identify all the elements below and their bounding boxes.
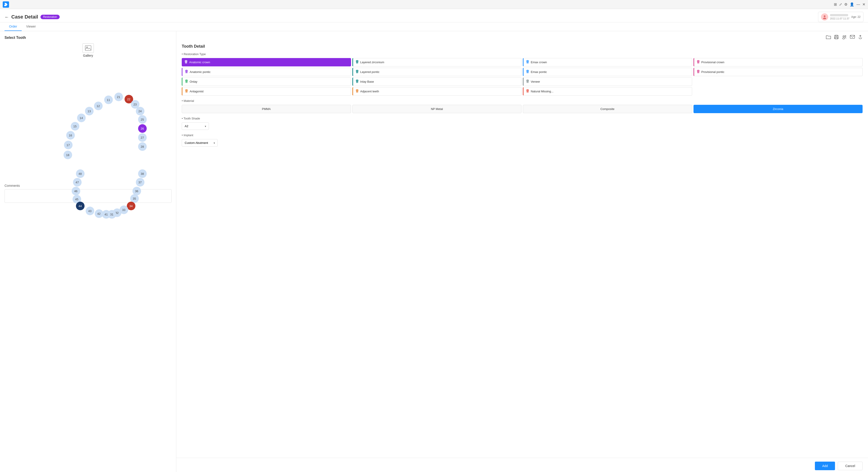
restoration-type-10[interactable]: Veneer <box>523 77 692 86</box>
restoration-label-13: Adjacent teeth <box>360 90 379 93</box>
implant-select-row: NoneCustom AbutmentStandard Abutment <box>182 139 863 146</box>
material-btn-pmma[interactable]: PMMA <box>182 105 351 113</box>
tooth-15[interactable]: 15 <box>71 122 79 131</box>
cancel-button[interactable]: Cancel <box>838 462 863 470</box>
tooth-14[interactable]: 14 <box>77 113 86 122</box>
restoration-type-grid: Anatomic crownLayered zirconiumEmax crow… <box>182 58 863 96</box>
tooth-icon-14 <box>526 89 529 94</box>
minimize-button[interactable]: — <box>857 2 860 6</box>
tooth-21[interactable]: 21 <box>114 93 123 101</box>
mail-icon[interactable] <box>850 35 855 40</box>
tooth-11[interactable]: 11 <box>104 96 113 104</box>
tooth-shade-select-row: A1A2A3A3.5B1B2 <box>182 123 863 130</box>
tooth-icon-8 <box>185 79 188 84</box>
share-users-icon[interactable] <box>842 35 847 40</box>
patient-info: 2022.11.07 11:37 <box>830 14 849 20</box>
titlebar-actions: ⊞ ⤢ ⚙ 👤 — ✕ <box>834 2 865 6</box>
tooth-icon-10 <box>526 79 529 84</box>
restoration-label-14: Natural Missing... <box>531 90 553 93</box>
gallery-button[interactable]: Gallery <box>4 43 172 57</box>
tab-viewer[interactable]: Viewer <box>22 22 40 31</box>
logo-icon <box>3 1 9 8</box>
patient-card: 2022.11.07 11:37 Age: 22 <box>818 12 864 22</box>
restoration-label-6: Emax pontic <box>531 70 547 74</box>
tooth-18[interactable]: 18 <box>64 150 72 159</box>
material-btn-composite[interactable]: Composite <box>523 105 692 113</box>
tooth-31[interactable]: 31 <box>107 210 116 218</box>
settings-icon[interactable]: ⚙ <box>844 2 847 6</box>
restoration-type-5[interactable]: Layered pontic <box>352 68 522 76</box>
tooth-26[interactable]: 26 <box>138 124 147 133</box>
tooth-43[interactable]: 43 <box>86 207 94 215</box>
layout-icon[interactable]: ⤢ <box>839 2 842 6</box>
tooth-27[interactable]: 27 <box>138 133 147 142</box>
tooth-38[interactable]: 38 <box>138 169 147 178</box>
folder-icon[interactable] <box>826 35 831 40</box>
tooth-13[interactable]: 13 <box>85 107 94 115</box>
tooth-44[interactable]: 44 <box>76 202 85 210</box>
patient-date: 2022.11.07 11:37 <box>830 17 849 20</box>
titlebar: ⊞ ⤢ ⚙ 👤 — ✕ <box>0 0 868 9</box>
restoration-type-1[interactable]: Layered zirconium <box>352 58 522 66</box>
comments-input[interactable] <box>4 189 172 203</box>
main-content: Select Tooth Gallery 1211212213231424152… <box>0 31 868 472</box>
restoration-label-9: Inlay Base <box>360 80 374 83</box>
tooth-shade-select[interactable]: A1A2A3A3.5B1B2 <box>182 123 209 130</box>
tooth-47[interactable]: 47 <box>73 178 82 187</box>
restoration-label-12: Antagonist <box>190 90 204 93</box>
tooth-icon-4 <box>185 70 188 74</box>
right-panel: Tooth Detail Restoration Type Anatomic c… <box>176 31 868 458</box>
restoration-label-7: Provisional pontic <box>702 70 724 74</box>
add-button[interactable]: Add <box>815 462 835 470</box>
back-button[interactable]: ← <box>4 14 9 20</box>
tooth-25[interactable]: 25 <box>138 115 147 124</box>
select-tooth-title: Select Tooth <box>4 36 172 40</box>
tooth-icon-1 <box>355 60 359 64</box>
restoration-label-0: Anatomic crown <box>189 61 210 64</box>
gallery-label: Gallery <box>83 54 93 57</box>
restoration-label-1: Layered zirconium <box>360 61 384 64</box>
tooth-17[interactable]: 17 <box>64 141 72 149</box>
tooth-12[interactable]: 12 <box>94 102 103 110</box>
restoration-type-7[interactable]: Provisional pontic <box>693 68 863 76</box>
restoration-type-9[interactable]: Inlay Base <box>352 77 522 86</box>
tooth-28[interactable]: 28 <box>138 142 147 151</box>
restoration-type-0[interactable]: Anatomic crown <box>182 58 351 66</box>
app-logo <box>3 1 9 8</box>
toolbar-icons <box>182 35 863 40</box>
patient-name <box>830 14 848 16</box>
tooth-chart: 1211212213231424152516261727182848384737… <box>32 62 145 179</box>
restoration-type-6[interactable]: Emax pontic <box>523 68 692 76</box>
restoration-type-4[interactable]: Anatomic pontic <box>182 68 351 76</box>
profile-icon[interactable]: 👤 <box>850 2 854 6</box>
tooth-shade-label: Tooth Shade <box>182 117 863 120</box>
restoration-type-8[interactable]: Onlay <box>182 77 351 86</box>
restoration-type-3[interactable]: Provisional crown <box>693 58 863 66</box>
tooth-16[interactable]: 16 <box>66 131 75 140</box>
restoration-type-12[interactable]: Antagonist <box>182 87 351 96</box>
close-button[interactable]: ✕ <box>862 2 865 6</box>
tooth-icon-12 <box>185 89 188 94</box>
add-panel-icon[interactable]: ⊞ <box>834 2 837 6</box>
implant-select[interactable]: NoneCustom AbutmentStandard Abutment <box>182 139 218 146</box>
svg-rect-10 <box>850 35 855 38</box>
tooth-24[interactable]: 24 <box>136 107 145 115</box>
save-icon[interactable] <box>834 35 839 40</box>
restoration-type-2[interactable]: Emax crown <box>523 58 692 66</box>
tooth-37[interactable]: 37 <box>136 178 145 187</box>
restoration-type-14[interactable]: Natural Missing... <box>523 87 692 96</box>
tab-order[interactable]: Order <box>4 22 22 31</box>
header: ← Case Detail Restoration 2022.11.07 11:… <box>0 9 868 22</box>
tooth-icon-0 <box>184 60 188 64</box>
material-btn-np-metal[interactable]: NP Metal <box>352 105 522 113</box>
tooth-48[interactable]: 48 <box>76 169 85 178</box>
restoration-label-8: Onlay <box>190 80 197 83</box>
export-icon[interactable] <box>858 35 863 40</box>
material-row: PMMANP MetalCompositeZirconia <box>182 105 863 113</box>
material-btn-zirconia[interactable]: Zirconia <box>693 105 863 113</box>
tooth-icon-2 <box>526 60 529 64</box>
tooth-46[interactable]: 46 <box>72 187 80 195</box>
comments-label: Comments <box>4 184 172 188</box>
svg-rect-2 <box>85 46 91 50</box>
restoration-type-13[interactable]: Adjacent teeth <box>352 87 522 96</box>
